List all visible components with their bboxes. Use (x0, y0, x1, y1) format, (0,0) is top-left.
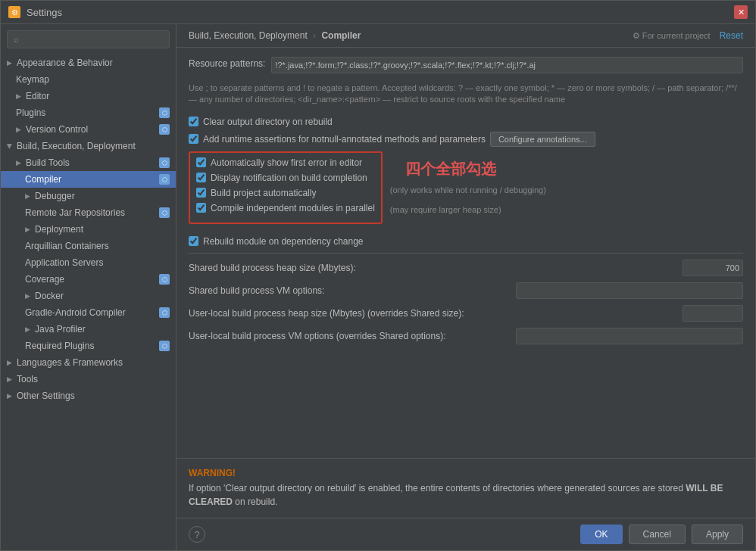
sidebar-item-plugins[interactable]: Plugins ⬡ (1, 104, 176, 121)
sidebar-item-coverage[interactable]: Coverage ⬡ (1, 271, 176, 288)
compile-parallel-label: Compile independent modules in parallel (211, 203, 375, 213)
external-icon: ⬡ (159, 307, 170, 318)
sidebar-item-label: Java Profiler (35, 324, 86, 335)
annotation-text: 四个全部勾选 (405, 159, 546, 179)
cancel-button[interactable]: Cancel (629, 525, 686, 544)
sidebar-item-other-settings[interactable]: ▶ Other Settings (1, 388, 176, 404)
sidebar-item-java-profiler[interactable]: ▶ Java Profiler (1, 321, 176, 338)
build-auto-label: Build project automatically (211, 188, 316, 198)
breadcrumb-path: Build, Execution, Deployment (189, 30, 308, 41)
auto-show-error-row: Automatically show first error in editor (196, 157, 375, 168)
sidebar-item-label: Docker (35, 291, 64, 301)
main-header: Build, Execution, Deployment › Compiler … (177, 24, 755, 48)
arrow-icon: ▶ (25, 192, 30, 200)
header-right: ⚙ For current project Reset (633, 30, 743, 41)
build-auto-checkbox[interactable] (196, 188, 206, 198)
resource-patterns-input[interactable] (271, 57, 743, 73)
build-auto-note: (only works while not running / debuggin… (390, 185, 546, 195)
warning-text: If option 'Clear output directory on reb… (189, 481, 743, 509)
add-runtime-checkbox[interactable] (189, 134, 198, 144)
settings-window: ⚙ Settings ✕ ▶ Appearance & Behavior Key… (0, 0, 756, 551)
sidebar-item-debugger[interactable]: ▶ Debugger (1, 188, 176, 204)
sidebar-item-app-servers[interactable]: Application Servers (1, 254, 176, 271)
compile-parallel-row: Compile independent modules in parallel (196, 203, 375, 213)
sidebar-item-build-tools[interactable]: ▶ Build Tools ⬡ (1, 154, 176, 171)
display-notification-checkbox[interactable] (196, 173, 206, 182)
window-title: Settings (27, 7, 62, 18)
for-current-label: ⚙ For current project (633, 31, 711, 41)
sidebar-item-label: Appearance & Behavior (17, 58, 113, 68)
arrow-icon: ▶ (16, 92, 21, 100)
rebuild-module-checkbox[interactable] (189, 236, 198, 246)
sidebar-item-required-plugins[interactable]: Required Plugins ⬡ (1, 338, 176, 354)
sidebar-item-label: Compiler (25, 174, 61, 185)
sidebar-item-label: Other Settings (17, 391, 75, 401)
sidebar-item-label: Arquillian Containers (25, 241, 109, 251)
resource-patterns-label: Resource patterns: (189, 57, 265, 69)
user-heap-row: User-local build process heap size (Mbyt… (189, 305, 743, 322)
ok-button[interactable]: OK (580, 525, 622, 544)
sidebar-item-label: Tools (17, 374, 38, 384)
sidebar-item-editor[interactable]: ▶ Editor (1, 88, 176, 104)
shared-vm-input[interactable] (516, 282, 743, 299)
user-vm-input[interactable] (516, 328, 743, 344)
sidebar-item-languages[interactable]: ▶ Languages & Frameworks (1, 354, 176, 371)
warning-box: WARNING! If option 'Clear output directo… (177, 458, 755, 518)
sidebar-item-remote-jar[interactable]: Remote Jar Repositories ⬡ (1, 204, 176, 221)
highlighted-checkboxes-box: Automatically show first error in editor… (189, 151, 383, 224)
add-runtime-row: Add runtime assertions for notnull-annot… (189, 132, 743, 147)
sidebar-item-arquillian[interactable]: Arquillian Containers (1, 238, 176, 254)
sidebar-item-label: Editor (26, 91, 49, 101)
reset-button[interactable]: Reset (720, 30, 743, 41)
footer: ? OK Cancel Apply (177, 518, 755, 550)
external-icon: ⬡ (159, 124, 170, 135)
shared-vm-label: Shared build process VM options: (189, 285, 510, 296)
sidebar-item-appearance[interactable]: ▶ Appearance & Behavior (1, 54, 176, 71)
sidebar-item-label: Version Control (26, 124, 88, 135)
sidebar-item-label: Debugger (35, 191, 75, 201)
auto-show-error-label: Automatically show first error in editor (211, 157, 362, 168)
arrow-icon: ▶ (7, 392, 12, 400)
rebuild-module-row: Rebuild module on dependency change (189, 236, 743, 247)
sidebar-item-label: Build, Execution, Deployment (17, 141, 136, 151)
arrow-icon: ▶ (25, 292, 30, 300)
sidebar-item-build-exec[interactable]: ▶ Build, Execution, Deployment (1, 138, 176, 154)
arrow-icon: ▶ (16, 159, 21, 167)
compile-parallel-checkbox[interactable] (196, 203, 206, 213)
clear-output-checkbox[interactable] (189, 117, 198, 126)
external-icon: ⬡ (159, 107, 170, 118)
shared-heap-input[interactable] (683, 260, 743, 276)
sidebar-item-keymap[interactable]: Keymap (1, 71, 176, 88)
divider (189, 253, 743, 254)
user-heap-input[interactable] (683, 305, 743, 322)
arrow-icon: ▶ (7, 359, 12, 366)
sidebar-item-gradle-android[interactable]: Gradle-Android Compiler ⬡ (1, 304, 176, 321)
arrow-icon: ▶ (25, 325, 30, 333)
configure-annotations-button[interactable]: Configure annotations... (490, 132, 595, 147)
annotation-area: 四个全部勾选 (only works while not running / d… (383, 151, 546, 214)
sidebar-item-version-control[interactable]: ▶ Version Control ⬡ (1, 121, 176, 138)
build-auto-row: Build project automatically (196, 188, 375, 198)
close-button[interactable]: ✕ (734, 5, 748, 19)
user-vm-label: User-local build process VM options (ove… (189, 331, 510, 341)
content-area: ▶ Appearance & Behavior Keymap ▶ Editor … (1, 24, 755, 550)
auto-show-error-checkbox[interactable] (196, 157, 206, 167)
apply-button[interactable]: Apply (692, 525, 743, 544)
clear-output-label: Clear output directory on rebuild (203, 117, 333, 127)
help-button[interactable]: ? (189, 526, 205, 543)
arrow-icon: ▶ (7, 375, 12, 383)
sidebar-item-docker[interactable]: ▶ Docker (1, 288, 176, 304)
external-icon: ⬡ (159, 157, 170, 168)
breadcrumb-sep: › (313, 30, 316, 41)
external-icon: ⬡ (159, 174, 170, 185)
shared-heap-row: Shared build process heap size (Mbytes): (189, 260, 743, 276)
titlebar: ⚙ Settings ✕ (1, 1, 755, 24)
sidebar-item-label: Coverage (25, 274, 64, 285)
sidebar-item-tools[interactable]: ▶ Tools (1, 371, 176, 388)
sidebar-item-compiler[interactable]: Compiler ⬡ (1, 171, 176, 188)
main-content: Resource patterns: Use ; to separate pat… (177, 48, 755, 458)
sidebar-item-label: Remote Jar Repositories (25, 207, 125, 218)
highlighted-section: Automatically show first error in editor… (189, 151, 743, 230)
search-input[interactable] (7, 30, 170, 48)
sidebar-item-deployment[interactable]: ▶ Deployment (1, 221, 176, 238)
